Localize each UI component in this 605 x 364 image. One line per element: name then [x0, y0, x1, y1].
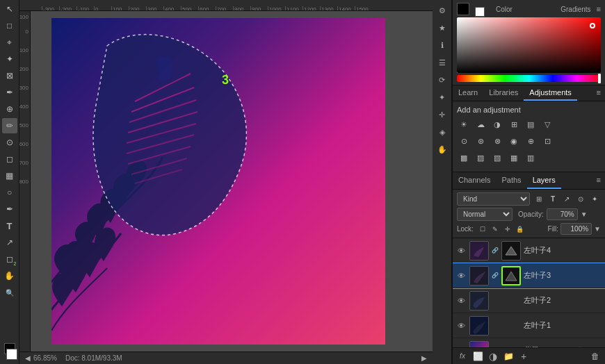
adj-icon-curves[interactable]: ◑	[490, 117, 504, 131]
hue-bar[interactable]	[457, 75, 601, 82]
fill-input[interactable]	[560, 223, 592, 235]
right-icon-star[interactable]: ★	[435, 20, 450, 35]
adj-icon-vibrance[interactable]: ▤	[524, 117, 538, 131]
ruler-mark: 900	[250, 6, 268, 10]
right-icon-effects[interactable]: ✦	[435, 90, 450, 105]
bottom-bar-left-arrow[interactable]: ◀	[25, 354, 31, 362]
right-icon-info[interactable]: ℹ	[435, 38, 450, 53]
adj-icon-colorbalance[interactable]: ⊙	[457, 134, 471, 148]
layer-visibility-zhuye4[interactable]: 👁	[455, 245, 467, 256]
tool-brush[interactable]: ✏	[2, 118, 17, 133]
color-picker[interactable]	[457, 17, 601, 73]
adj-icon-gradient-map[interactable]: ▦	[507, 151, 521, 165]
layer-add-button[interactable]: +	[517, 349, 531, 363]
layer-group-button[interactable]: 📁	[501, 349, 515, 363]
tab-paths[interactable]: Paths	[496, 172, 526, 189]
zoom-level: 66.85%	[33, 354, 57, 362]
adj-icon-channelmixer[interactable]: ◉	[507, 134, 521, 148]
adj-icon-exposure[interactable]: ⊞	[507, 117, 521, 131]
tab-channels[interactable]: Channels	[453, 172, 496, 189]
foreground-swatch[interactable]	[457, 3, 469, 15]
adj-icon-invert[interactable]: ▩	[457, 151, 471, 165]
layer-item-zhuye2[interactable]: 👁 左叶子2	[453, 288, 605, 313]
ruler-mark: -200	[59, 6, 76, 10]
blend-mode-select[interactable]: Normal Multiply Screen Overlay	[457, 208, 513, 221]
tool-eraser[interactable]: ◻	[2, 151, 17, 167]
tool-crop[interactable]: ⊠	[2, 68, 17, 83]
tool-move[interactable]: ↖	[2, 1, 17, 17]
right-icon-search[interactable]: ⚙	[435, 3, 450, 18]
opacity-arrow[interactable]: ▼	[581, 210, 588, 218]
layer-item-background[interactable]: 👁 背景 优品教程图	[453, 338, 605, 347]
adj-icon-hsl[interactable]: ▽	[540, 117, 554, 131]
adj-icon-selective-color[interactable]: ▥	[524, 151, 538, 165]
tool-healing[interactable]: ⊕	[2, 101, 17, 117]
layer-name-zhuye3: 左叶子3	[524, 270, 602, 281]
adj-icon-threshold[interactable]: ▧	[490, 151, 504, 165]
kind-icon-type[interactable]: T	[547, 193, 559, 206]
tool-zoom[interactable]: 🔍	[2, 285, 17, 300]
adj-icon-photofilter[interactable]: ⊗	[490, 134, 504, 148]
right-icon-cube[interactable]: ◈	[435, 124, 450, 140]
layers-panel-menu[interactable]: ≡	[592, 172, 605, 189]
tool-clone[interactable]: ⊙	[2, 135, 17, 150]
adj-icon-grid[interactable]: ⊡	[540, 134, 554, 148]
tool-magic-wand[interactable]: ✦	[2, 51, 17, 67]
layer-visibility-zhuye2[interactable]: 👁	[455, 295, 467, 306]
lock-all[interactable]: 🔒	[515, 224, 526, 235]
kind-icon-effect[interactable]: ✦	[588, 193, 601, 206]
tool-shape[interactable]: ◻ 2	[2, 251, 17, 267]
tool-lasso[interactable]: ⌖	[2, 35, 17, 50]
right-icon-list[interactable]: ☰	[435, 55, 450, 70]
layer-visibility-zhuye1[interactable]: 👁	[455, 320, 467, 331]
layer-fx-button[interactable]: fx	[455, 349, 469, 363]
adj-icon-brightness[interactable]: ☀	[457, 117, 471, 131]
layer-visibility-zhuye3[interactable]: 👁	[455, 270, 467, 281]
tool-marquee[interactable]: □	[2, 18, 17, 33]
doc-info: Doc: 8.01M/93.3M	[65, 354, 122, 362]
tool-path-select[interactable]: ↗	[2, 235, 17, 250]
adj-icon-bw[interactable]: ⊛	[474, 134, 487, 148]
layer-mask-button[interactable]: ⬜	[471, 349, 485, 363]
kind-icon-smart[interactable]: ↗	[560, 193, 573, 206]
tool-pen[interactable]: ✒	[2, 201, 17, 217]
tool-eyedropper[interactable]: ✒	[2, 85, 17, 100]
adj-icon-colorlookup[interactable]: ⊕	[524, 134, 538, 148]
kind-icon-shape[interactable]: ⊙	[574, 193, 587, 206]
right-icon-crosshair[interactable]: ✛	[435, 107, 450, 122]
fill-arrow[interactable]: ▼	[594, 225, 601, 233]
tool-type[interactable]: T	[2, 218, 17, 233]
layer-item-zhuye4[interactable]: 👁 🔗 左叶子4	[453, 238, 605, 263]
adjustments-panel-menu[interactable]: ≡	[592, 85, 605, 101]
canvas-viewport[interactable]: 3	[31, 11, 433, 351]
right-icon-3d[interactable]: ⟳	[435, 72, 450, 88]
lock-image[interactable]: ✎	[490, 224, 501, 235]
tab-libraries[interactable]: Libraries	[483, 85, 524, 101]
layer-item-zhuye3[interactable]: 👁 🔗 左叶子3	[453, 263, 605, 288]
background-color[interactable]	[6, 349, 17, 360]
background-swatch[interactable]	[475, 7, 485, 17]
adj-icon-posterize[interactable]: ▨	[474, 151, 487, 165]
kind-select[interactable]: Kind Name Effect Mode	[457, 192, 530, 206]
tool-gradient[interactable]: ▦	[2, 168, 17, 183]
layer-item-zhuye1[interactable]: 👁 左叶子1	[453, 313, 605, 338]
tab-layers[interactable]: Layers	[527, 172, 561, 189]
kind-icon-pixel[interactable]: ⊞	[533, 193, 545, 206]
lock-position[interactable]: ✛	[502, 224, 513, 235]
layer-adjustment-button[interactable]: ◑	[486, 349, 500, 363]
tool-hand[interactable]: ✋	[2, 268, 17, 283]
tool-dodge[interactable]: ○	[2, 185, 17, 200]
layer-list[interactable]: 👁 🔗 左叶子4 👁 🔗	[453, 238, 605, 347]
layer-delete-button[interactable]: 🗑	[588, 349, 602, 363]
layers-bottom-bar: fx ⬜ ◑ 📁 + 🗑	[453, 347, 605, 364]
bottom-bar-right-arrow[interactable]: ▶	[421, 354, 427, 362]
color-panel-menu[interactable]: ≡	[597, 5, 601, 13]
adj-icon-levels[interactable]: ☁	[474, 117, 487, 131]
tab-adjustments[interactable]: Adjustments	[524, 85, 577, 101]
artwork-background: 3	[51, 18, 385, 345]
right-icon-hand[interactable]: ✋	[435, 142, 450, 157]
opacity-input[interactable]	[547, 208, 578, 220]
gradients-label: Gradients	[560, 6, 590, 13]
tab-learn[interactable]: Learn	[453, 85, 483, 101]
lock-transparent[interactable]: ☐	[477, 224, 488, 235]
